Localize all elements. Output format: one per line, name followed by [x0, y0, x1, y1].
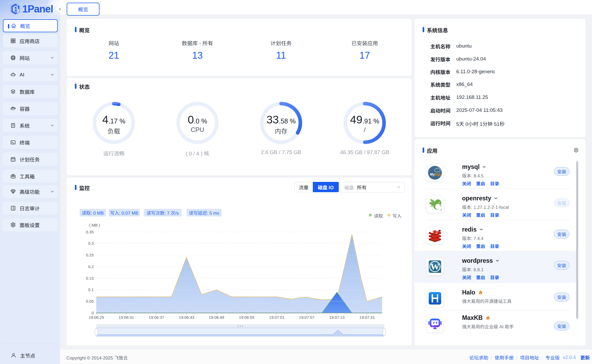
svg-text:1: 1 [14, 5, 17, 12]
svg-text:My: My [430, 173, 435, 176]
svg-text:SQL: SQL [435, 173, 441, 176]
svg-text:W: W [431, 262, 440, 271]
